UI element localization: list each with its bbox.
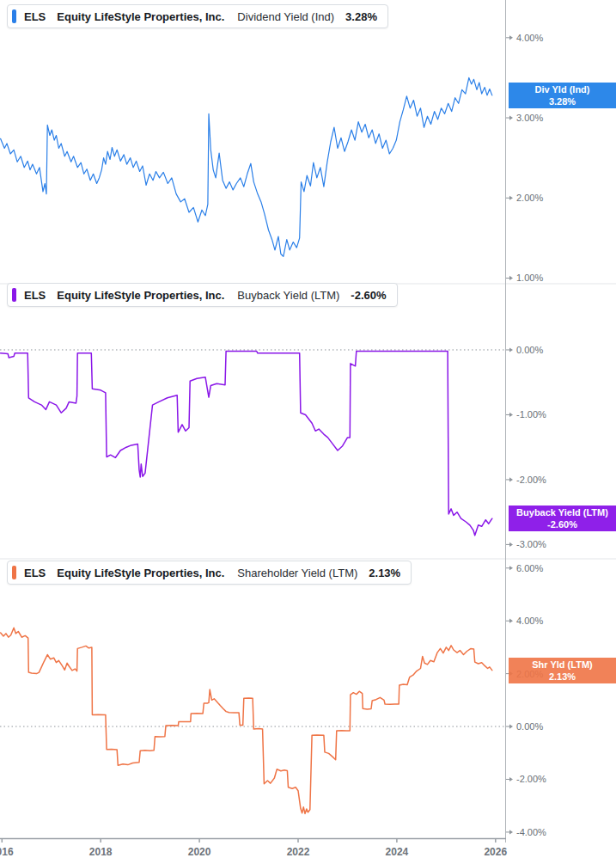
metric-value: 3.28% <box>345 10 377 23</box>
badge-value: 3.28% <box>549 95 576 107</box>
y-axis-label: -3.00% <box>516 539 546 549</box>
badge-metric-label: Div Yld (Ind) <box>535 83 590 95</box>
x-axis-label: 2022 <box>287 846 310 858</box>
y-tick-arrow-icon <box>509 724 513 728</box>
metric-name: Dividend Yield (Ind) <box>237 10 334 23</box>
x-axis-label: 2018 <box>89 846 113 858</box>
y-axis-label: 1.00% <box>516 273 543 283</box>
badge-value: 2.13% <box>549 671 576 683</box>
y-tick-arrow-icon <box>509 413 513 417</box>
y-tick-arrow-icon <box>509 196 513 200</box>
dividend-yield-legend[interactable]: ELS Equity LifeStyle Properties, Inc. Di… <box>7 4 388 28</box>
series-color-bar <box>12 288 16 302</box>
y-axis-label: 4.00% <box>516 33 543 43</box>
ticker-symbol: ELS <box>24 289 46 302</box>
yield-charts-page: 4.00%3.00%2.00%1.00%0.00%-1.00%-2.00%-3.… <box>0 0 616 864</box>
metric-name: Shareholder Yield (LTM) <box>237 567 357 579</box>
y-axis-label: 3.00% <box>516 113 543 123</box>
y-tick-arrow-icon <box>509 566 513 570</box>
y-tick-arrow-icon <box>509 830 513 834</box>
ticker-symbol: ELS <box>24 567 46 579</box>
y-axis-label: -2.00% <box>516 475 546 485</box>
y-axis-label: 0.00% <box>516 721 543 732</box>
dividend-yield-line <box>1 77 492 256</box>
x-axis-label: 2016 <box>0 846 14 858</box>
company-name: Equity LifeStyle Properties, Inc. <box>57 567 224 579</box>
badge-metric-label: Shr Yld (LTM) <box>532 659 592 671</box>
buyback-yield-line <box>1 352 492 536</box>
y-tick-arrow-icon <box>509 542 513 547</box>
y-tick-arrow-icon <box>509 777 513 781</box>
y-tick-arrow-icon <box>509 477 513 481</box>
y-axis-label: -1.00% <box>516 409 546 420</box>
y-tick-arrow-icon <box>509 115 513 119</box>
ticker-symbol: ELS <box>24 10 46 23</box>
x-axis-label: 2026 <box>484 846 507 858</box>
badge-value: -2.60% <box>547 518 577 530</box>
metric-value: 2.13% <box>369 567 400 579</box>
buyback-yield-legend[interactable]: ELS Equity LifeStyle Properties, Inc. Bu… <box>7 283 398 307</box>
y-axis-label: 4.00% <box>516 616 543 626</box>
y-tick-arrow-icon <box>509 347 513 352</box>
x-axis-label: 2024 <box>386 846 409 858</box>
company-name: Equity LifeStyle Properties, Inc. <box>57 289 224 302</box>
y-tick-arrow-icon <box>509 35 513 40</box>
series-color-bar <box>12 566 16 579</box>
charts-canvas[interactable] <box>0 0 616 864</box>
y-axis-label: -2.00% <box>516 774 546 784</box>
dividend-yield-axis-badge: Div Yld (Ind) 3.28% <box>509 83 616 108</box>
metric-value: -2.60% <box>351 289 386 302</box>
y-axis-label: 2.00% <box>516 193 543 203</box>
buyback-yield-axis-badge: Buyback Yield (LTM) -2.60% <box>509 506 616 531</box>
y-axis-label: -4.00% <box>516 827 546 837</box>
y-axis-label: 6.00% <box>516 563 543 573</box>
shareholder-yield-legend[interactable]: ELS Equity LifeStyle Properties, Inc. Sh… <box>7 561 412 585</box>
y-tick-arrow-icon <box>509 276 513 280</box>
badge-metric-label: Buyback Yield (LTM) <box>516 506 608 518</box>
metric-name: Buyback Yield (LTM) <box>237 289 339 302</box>
shareholder-yield-axis-badge: Shr Yld (LTM) 2.13% <box>509 658 616 683</box>
company-name: Equity LifeStyle Properties, Inc. <box>57 10 224 23</box>
shareholder-yield-line <box>1 628 492 813</box>
x-axis-label: 2020 <box>188 846 211 858</box>
series-color-bar <box>12 9 16 23</box>
y-tick-arrow-icon <box>509 619 513 623</box>
y-axis-label: 0.00% <box>516 345 543 355</box>
